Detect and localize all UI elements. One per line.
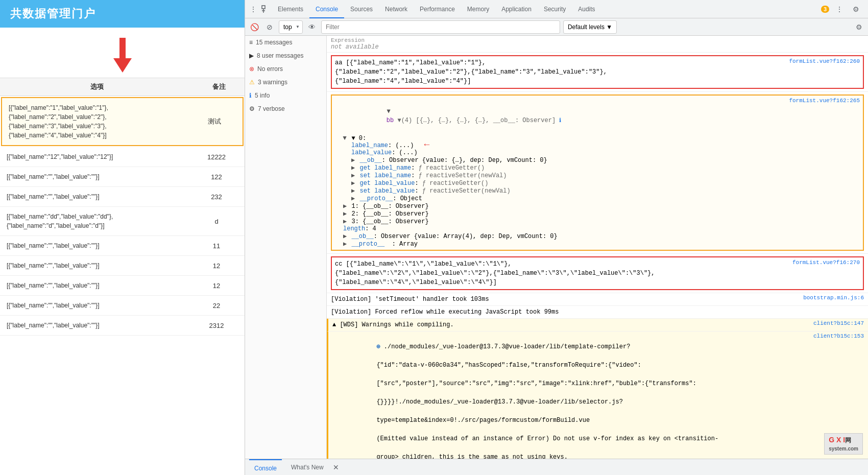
tab-console[interactable]: Console <box>309 0 344 18</box>
wds-entry: ▲ [WDS] Warnings while compiling. client… <box>327 319 868 331</box>
sidebar-item-user[interactable]: ▶8 user messages <box>245 49 326 62</box>
cell-option: [{"label_name":"","label_value":""}] <box>3 172 191 181</box>
settings-icon[interactable]: ⚙ <box>850 3 862 15</box>
violation1-text: [Violation] 'setTimeout' handler took 10… <box>331 295 799 304</box>
arrow-indicator <box>0 28 245 78</box>
app-title: 共数据管理门户 <box>0 0 245 28</box>
bb-expand-icon[interactable]: ▶ <box>383 109 393 113</box>
cell-note: 2312 <box>191 322 242 329</box>
sidebar-label-verbose: 7 verbose <box>258 105 285 112</box>
tab-application[interactable]: Application <box>495 0 538 18</box>
sidebar-label-error: No errors <box>257 65 283 73</box>
cell-note: d <box>191 218 242 225</box>
close-tab-icon[interactable]: ✕ <box>333 463 339 471</box>
table-row: [{"label_name":"","label_value":""}] 122 <box>0 167 245 187</box>
console-settings-icon[interactable]: ⚙ <box>853 21 865 33</box>
bottom-tab-console[interactable]: Console <box>249 459 282 476</box>
inspect-icon[interactable] <box>259 3 272 15</box>
clear-console-icon[interactable]: 🚫 <box>248 21 260 33</box>
cell-note: 12 <box>191 282 242 290</box>
violation2-text: [Violation] Forced reflow while executin… <box>331 307 864 317</box>
sidebar-label-info: 5 info <box>255 92 270 99</box>
cell-note: 122 <box>191 173 242 181</box>
log-levels-button[interactable]: Default levels ▼ <box>563 20 617 34</box>
cell-note: 22 <box>191 302 242 310</box>
tab-audits[interactable]: Audits <box>572 0 601 18</box>
cell-option: [{"label_name":"","label_value":""}] <box>3 192 191 201</box>
tab-memory[interactable]: Memory <box>461 0 495 18</box>
cell-note: 测试 <box>189 117 240 126</box>
cc-source[interactable]: formList.vue?f16:270 <box>792 259 860 266</box>
table-row: [{"label_name":"","label_value":""}] 231… <box>0 316 245 336</box>
cell-note: 232 <box>191 193 242 201</box>
sidebar-item-verbose[interactable]: ⚙7 verbose <box>245 102 326 115</box>
bb-source[interactable]: formList.vue?f162:265 <box>789 98 860 104</box>
devtools-toggle-icon[interactable]: ⋮ <box>247 3 259 15</box>
filter-input[interactable] <box>321 20 560 34</box>
sidebar-item-info[interactable]: ℹ5 info <box>245 89 326 102</box>
cc-entry: cc [{"label_name\":\"1\",\"label_value\"… <box>327 254 868 293</box>
sidebar-item-error[interactable]: ⊗No errors <box>245 62 326 76</box>
table-row: [{"label_name":"","label_value":""}] 11 <box>0 236 245 256</box>
more-options-icon[interactable]: ⋮ <box>833 3 846 15</box>
cell-note: 12222 <box>191 153 242 161</box>
node-text: ⊕ ./node_modules/_vue-loader@13.7.3@vue-… <box>332 333 809 459</box>
cell-option: [{"label_name":"","label_value":""}] <box>3 241 191 250</box>
devtools-bottom-bar: Console What's New ✕ <box>245 459 868 475</box>
bb-info-icon[interactable]: ℹ <box>559 117 561 124</box>
cell-option: [{"label_name":"","label_value":""}] <box>3 301 191 310</box>
watermark: G X I网 system.com <box>824 433 863 455</box>
sidebar-item-list[interactable]: ≡15 messages <box>245 36 326 49</box>
table-row: [{"label_name":"","label_value":""}] 12 <box>0 256 245 276</box>
table-row: [{"label_name":"12","label_value":"12"}]… <box>0 147 245 167</box>
tab-elements[interactable]: Elements <box>272 0 309 18</box>
console-toolbar: 🚫 ⊘ top 👁 Default levels ▼ ⚙ <box>245 18 868 36</box>
tab-sources[interactable]: Sources <box>344 0 379 18</box>
node-entry: ⊕ ./node_modules/_vue-loader@13.7.3@vue-… <box>327 331 868 459</box>
bottom-tab-whatsnew[interactable]: What's New <box>286 459 329 476</box>
devtools-tabs-bar: ⋮ Elements Console Sources Network Perfo… <box>245 0 868 18</box>
node-source[interactable]: client?b15c:153 <box>813 333 864 339</box>
context-selector[interactable]: top <box>279 20 303 34</box>
tab-performance[interactable]: Performance <box>414 0 461 18</box>
cell-option: [{"label_name":"dd","label_value":"dd"},… <box>3 212 191 230</box>
left-panel: 共数据管理门户 选项 备注 [{"label_name":"1","label_… <box>0 0 245 475</box>
table-row: [{"label_name":"","label_value":""}] 232 <box>0 187 245 207</box>
table-row: [{"label_name":"1","label_value":"1"},{"… <box>1 97 244 146</box>
bb-0-props: label_name: (...) ← label_value: (...) ▶… <box>343 142 860 202</box>
console-sidebar: ≡15 messages▶8 user messages⊗No errors⚠3… <box>245 36 327 459</box>
wds-source[interactable]: client?b15c:147 <box>813 320 864 326</box>
context-selector-wrapper[interactable]: top <box>279 20 303 34</box>
eye-icon[interactable]: 👁 <box>306 21 318 33</box>
svg-rect-0 <box>262 6 265 9</box>
block-icon[interactable]: ⊘ <box>263 21 276 33</box>
wds-text: ▲ [WDS] Warnings while compiling. <box>332 320 809 329</box>
bb-header: ▶ bb ▼(4) [{…}, {…}, {…}, {…}, __ob__: O… <box>335 98 785 134</box>
violation1-source[interactable]: bootstrap.min.js:6 <box>803 295 864 301</box>
sidebar-icon-error: ⊗ <box>249 65 254 73</box>
sidebar-icon-info: ℹ <box>249 92 252 99</box>
console-main[interactable]: Expression not available aa [{"label_nam… <box>327 36 868 459</box>
expression-entry: Expression not available <box>327 36 868 53</box>
cell-option: [{"label_name":"","label_value":""}] <box>3 321 191 330</box>
sidebar-icon-warning: ⚠ <box>249 79 255 86</box>
devtools-content-area: ≡15 messages▶8 user messages⊗No errors⚠3… <box>245 36 868 459</box>
table-row: [{"label_name":"dd","label_value":"dd"},… <box>0 207 245 236</box>
tab-security[interactable]: Security <box>538 0 572 18</box>
sidebar-item-warning[interactable]: ⚠3 warnings <box>245 76 326 89</box>
aa-entry: aa [{"label_name":"1","label_value":"1"}… <box>327 53 868 92</box>
col-option-header: 选项 <box>0 82 194 91</box>
tab-network[interactable]: Network <box>379 0 414 18</box>
sidebar-label-warning: 3 warnings <box>258 79 287 86</box>
cc-text: cc [{"label_name\":\"1\",\"label_value\"… <box>335 259 788 287</box>
table-row: [{"label_name":"","label_value":""}] 22 <box>0 296 245 316</box>
sidebar-icon-user: ▶ <box>249 52 254 59</box>
table-header: 选项 备注 <box>0 78 245 96</box>
not-available-text: not available <box>331 43 864 51</box>
sidebar-label-user: 8 user messages <box>257 52 303 59</box>
aa-source[interactable]: formList.vue?f162:260 <box>789 58 860 64</box>
cell-option: [{"label_name":"12","label_value":"12"}] <box>3 152 191 161</box>
sidebar-icon-list: ≡ <box>249 39 253 46</box>
bb-tree: ▶ ▼ 0: label_name: (...) ← label_value: … <box>335 134 860 248</box>
table-rows: [{"label_name":"1","label_value":"1"},{"… <box>0 96 245 475</box>
